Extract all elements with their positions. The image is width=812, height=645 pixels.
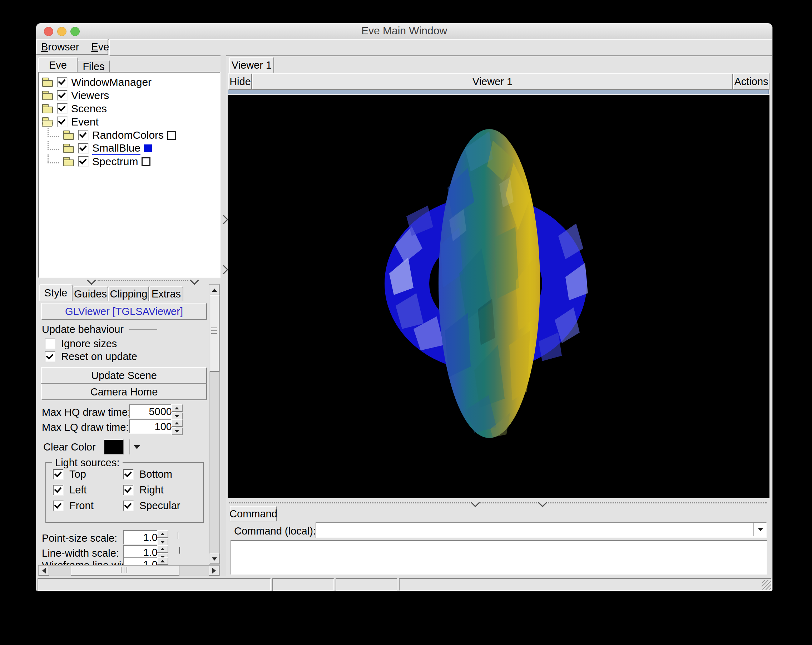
light-front-checkbox[interactable] xyxy=(53,501,64,511)
spin-down-icon[interactable] xyxy=(157,538,168,546)
scroll-right-icon[interactable] xyxy=(209,566,220,576)
spin-up-icon[interactable] xyxy=(171,419,183,427)
tab-viewer-1[interactable]: Viewer 1 xyxy=(229,57,274,73)
light-specular-option[interactable]: Specular xyxy=(123,500,180,512)
max-hq-label: Max HQ draw time: xyxy=(42,407,130,418)
light-right-option[interactable]: Right xyxy=(123,484,164,496)
command-input[interactable] xyxy=(317,524,751,536)
spin-up-icon[interactable] xyxy=(157,557,168,565)
line-width-override-checkbox[interactable] xyxy=(179,547,180,554)
clear-color-swatch[interactable] xyxy=(104,439,124,454)
viewer-header: Viewer 1 xyxy=(252,73,733,90)
editor-vertical-scrollbar[interactable] xyxy=(209,284,220,564)
viewers-checkbox[interactable] xyxy=(57,90,67,101)
tree-item-label: SmallBlue xyxy=(92,142,140,155)
tree-editor-splitter[interactable] xyxy=(38,277,219,283)
titlebar[interactable]: Eve Main Window xyxy=(36,23,772,40)
tree-item-viewers[interactable]: Viewers xyxy=(42,89,109,102)
editor-horizontal-scrollbar[interactable] xyxy=(38,565,220,576)
tab-style[interactable]: Style xyxy=(39,284,73,301)
tree-item-event[interactable]: Event xyxy=(42,116,99,128)
glviewer-button[interactable]: GLViewer [TGLSAViewer] xyxy=(41,303,207,320)
spin-up-icon[interactable] xyxy=(157,530,168,538)
light-top-option[interactable]: Top xyxy=(53,468,86,480)
command-combobox[interactable] xyxy=(316,522,766,538)
spin-down-icon[interactable] xyxy=(171,413,183,420)
smallblue-checkbox[interactable] xyxy=(78,143,89,154)
tab-command[interactable]: Command xyxy=(230,506,277,522)
tab-eve[interactable]: Eve xyxy=(38,57,78,73)
max-lq-input[interactable]: 100 xyxy=(129,419,176,434)
actions-button[interactable]: Actions xyxy=(733,73,769,90)
scrollbar-thumb[interactable] xyxy=(71,566,179,576)
tree-item-randomcolors[interactable]: RandomColors xyxy=(47,129,176,141)
camera-home-button[interactable]: Camera Home xyxy=(41,384,207,400)
light-top-checkbox[interactable] xyxy=(53,469,64,480)
tab-extras[interactable]: Extras xyxy=(149,286,183,301)
tree-item-label: Event xyxy=(71,116,99,128)
splitter-dots xyxy=(479,502,539,503)
viewer-command-splitter[interactable] xyxy=(229,500,766,505)
reset-on-update-label: Reset on update xyxy=(61,351,137,362)
light-left-checkbox[interactable] xyxy=(53,485,64,495)
point-size-override-checkbox[interactable] xyxy=(178,532,179,539)
clear-color-label: Clear Color xyxy=(43,441,96,453)
line-width-label: Line-width scale: xyxy=(42,547,119,559)
scrollbar-thumb[interactable] xyxy=(209,295,220,372)
browser-viewer-splitter[interactable] xyxy=(220,55,226,576)
tab-clipping[interactable]: Clipping xyxy=(108,286,149,301)
folder-icon xyxy=(63,130,74,140)
tree-item-windowmanager[interactable]: WindowManager xyxy=(42,76,151,88)
light-bottom-option[interactable]: Bottom xyxy=(123,468,172,480)
max-hq-stepper[interactable] xyxy=(171,404,183,420)
ignore-sizes-option[interactable]: Ignore sizes xyxy=(45,338,117,350)
spectrum-marker-icon[interactable] xyxy=(142,157,151,166)
tree-item-smallblue[interactable]: SmallBlue xyxy=(47,142,152,154)
max-hq-input[interactable]: 5000 xyxy=(129,404,176,419)
tree-item-spectrum[interactable]: Spectrum xyxy=(47,156,151,168)
scroll-up-icon[interactable] xyxy=(209,284,220,295)
command-output[interactable] xyxy=(230,540,767,575)
hide-button[interactable]: Hide xyxy=(228,73,252,90)
point-size-stepper[interactable] xyxy=(157,530,168,546)
reset-on-update-checkbox[interactable] xyxy=(45,352,55,362)
max-lq-stepper[interactable] xyxy=(171,419,183,435)
resize-grip[interactable] xyxy=(762,580,771,590)
light-sources-group: Light sources: Top Bottom Left Right xyxy=(46,462,204,523)
event-checkbox[interactable] xyxy=(57,116,67,127)
smallblue-marker-icon[interactable] xyxy=(144,144,152,152)
scenes-checkbox[interactable] xyxy=(57,103,67,114)
randomcolors-checkbox[interactable] xyxy=(78,130,89,141)
randomcolors-marker-icon[interactable] xyxy=(167,131,176,140)
point-size-input[interactable]: 1.0 xyxy=(123,530,162,544)
splitter-dots xyxy=(546,502,766,503)
combobox-dropdown-icon[interactable] xyxy=(758,528,763,531)
reset-on-update-option[interactable]: Reset on update xyxy=(45,351,137,362)
scroll-left-icon[interactable] xyxy=(38,566,49,576)
open-folder-icon xyxy=(42,117,53,127)
light-left-option[interactable]: Left xyxy=(53,484,87,496)
menu-eve[interactable]: Eve xyxy=(91,41,109,53)
clear-color-dropdown-icon[interactable] xyxy=(134,445,140,449)
light-front-option[interactable]: Front xyxy=(53,500,94,512)
tree-item-scenes[interactable]: Scenes xyxy=(42,102,107,115)
spin-up-icon[interactable] xyxy=(171,404,183,412)
light-right-checkbox[interactable] xyxy=(123,485,134,495)
light-specular-checkbox[interactable] xyxy=(123,501,134,511)
status-section-2 xyxy=(272,578,334,591)
spin-up-icon[interactable] xyxy=(157,545,168,553)
windowmanager-checkbox[interactable] xyxy=(57,77,67,88)
update-scene-button[interactable]: Update Scene xyxy=(41,367,207,384)
status-section-4 xyxy=(399,578,772,591)
tab-guides[interactable]: Guides xyxy=(73,286,108,301)
scroll-down-icon[interactable] xyxy=(209,553,220,564)
spin-down-icon[interactable] xyxy=(171,428,183,435)
light-bottom-checkbox[interactable] xyxy=(123,469,134,480)
ignore-sizes-checkbox[interactable] xyxy=(45,339,55,349)
spectrum-checkbox[interactable] xyxy=(78,156,89,167)
menu-browser[interactable]: Browser xyxy=(41,41,79,53)
update-behaviour-title: Update behaviour xyxy=(42,324,124,335)
thumb-grip xyxy=(211,327,217,335)
gl-viewport[interactable] xyxy=(227,95,769,498)
tab-files[interactable]: Files xyxy=(78,60,110,73)
